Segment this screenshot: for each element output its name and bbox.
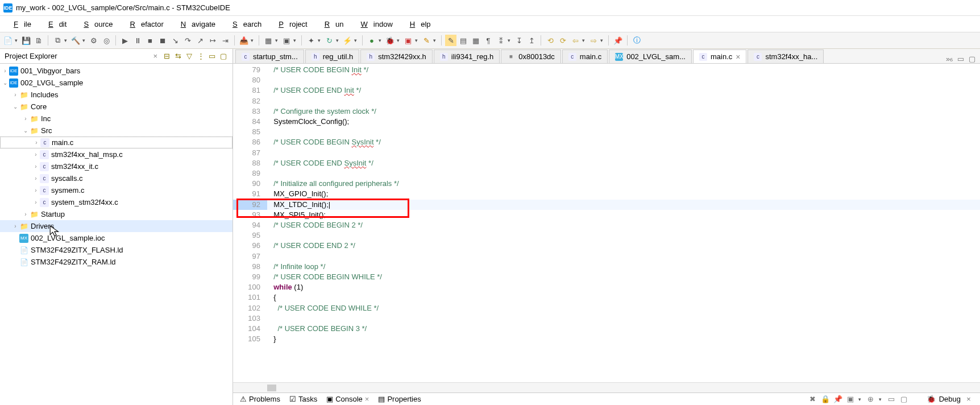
console-display-icon[interactable]: ▣ — [846, 395, 855, 404]
step-over-icon[interactable]: ↷ — [182, 35, 193, 46]
debug-disconnect-icon[interactable]: ⏹ — [157, 35, 168, 46]
show-whitespace-icon[interactable]: ▦ — [470, 35, 481, 46]
prev-annotation-icon[interactable]: ↥ — [526, 35, 537, 46]
dropdown-icon[interactable]: ▾ — [508, 38, 512, 43]
tree-item-stm32f429zitx-ram-ld[interactable]: 📄STM32F429ZITX_RAM.ld — [0, 256, 232, 268]
code-line[interactable]: 80 — [233, 75, 980, 85]
target-icon[interactable]: ◎ — [101, 35, 112, 46]
ext-tools-icon[interactable]: ▣ — [402, 35, 414, 46]
step-into-icon[interactable]: ↘ — [169, 35, 181, 46]
dropdown-icon[interactable]: ▾ — [15, 38, 19, 43]
nav-fwd-icon[interactable]: ⇨ — [588, 35, 599, 46]
menu-edit[interactable]: Edit — [37, 18, 72, 31]
instruction-step-icon[interactable]: ↦ — [207, 35, 218, 46]
info-icon[interactable]: ⓘ — [631, 35, 642, 46]
dropdown-icon[interactable]: ▾ — [397, 38, 401, 43]
board-icon[interactable]: ▣ — [281, 35, 292, 46]
tree-item-drivers[interactable]: ›📁Drivers — [0, 220, 232, 232]
code-line[interactable]: 95 — [233, 230, 980, 241]
menu-project[interactable]: Project — [267, 18, 313, 31]
menu-file[interactable]: File — [2, 18, 37, 31]
run-icon[interactable]: ● — [366, 35, 377, 46]
expand-icon[interactable]: › — [32, 187, 40, 193]
tab-tasks[interactable]: ☑Tasks — [285, 395, 322, 403]
tree-item-system-stm32f4xx-c[interactable]: ›csystem_stm32f4xx.c — [0, 196, 232, 208]
code-editor[interactable]: 79 /* USER CODE BEGIN Init */8081 /* USE… — [233, 64, 980, 382]
code-line[interactable]: 103 — [233, 313, 980, 324]
debug-label[interactable]: Debug — [939, 395, 961, 403]
maximize-icon[interactable]: ▢ — [899, 395, 908, 404]
tree-item-includes[interactable]: ›📁Includes — [0, 89, 232, 101]
close-icon[interactable]: × — [365, 395, 369, 403]
dropdown-icon[interactable]: ▾ — [318, 38, 322, 43]
tree-item-sysmem-c[interactable]: ›csysmem.c — [0, 184, 232, 196]
expand-icon[interactable]: › — [32, 151, 40, 158]
code-line[interactable]: 100 while (1) — [233, 282, 980, 292]
close-icon[interactable]: × — [964, 395, 973, 404]
view-menu-icon[interactable]: ⋮ — [196, 52, 205, 61]
code-line[interactable]: 97 — [233, 251, 980, 262]
dropdown-icon[interactable]: ▾ — [354, 38, 359, 43]
editor-tab[interactable]: ≡0x80013dc — [501, 49, 561, 63]
expand-icon[interactable]: › — [32, 175, 40, 181]
console-new-icon[interactable]: ⊕ — [866, 395, 875, 404]
code-line[interactable]: 81 /* USER CODE END Init */ — [233, 85, 980, 96]
expand-icon[interactable]: › — [32, 199, 40, 205]
generate-icon[interactable]: ⚡ — [342, 35, 353, 46]
code-line[interactable]: 91 MX_GPIO_Init(); — [233, 189, 980, 199]
maximize-icon[interactable]: ▢ — [967, 54, 977, 63]
code-line[interactable]: 89 — [233, 168, 980, 179]
bookmark-icon[interactable]: ⁑ — [495, 35, 506, 46]
code-line[interactable]: 90 /* Initialize all configured peripher… — [233, 179, 980, 189]
highlight-icon[interactable]: ✎ — [445, 35, 456, 46]
dropdown-icon[interactable]: ▾ — [82, 38, 87, 43]
pilcrow-icon[interactable]: ¶ — [483, 35, 494, 46]
code-line[interactable]: 84 SystemClock_Config(); — [233, 117, 980, 127]
tab-console[interactable]: ▣Console× — [322, 395, 373, 403]
editor-tab[interactable]: MX002_LVGL_sam... — [609, 49, 692, 63]
editor-tab[interactable]: cstartup_stm... — [235, 49, 304, 63]
expand-icon[interactable]: › — [22, 115, 30, 122]
block-select-icon[interactable]: ▤ — [458, 35, 469, 46]
tree-item-src[interactable]: ⌄📁Src — [0, 125, 232, 137]
close-view-icon[interactable]: × — [153, 52, 157, 60]
console-scroll-lock-icon[interactable]: 🔒 — [821, 395, 830, 404]
tree-item-inc[interactable]: ›📁Inc — [0, 113, 232, 125]
tree-item-core[interactable]: ⌄📁Core — [0, 101, 232, 113]
debug-stop-icon[interactable]: ■ — [144, 35, 156, 46]
maximize-icon[interactable]: ▢ — [219, 52, 228, 61]
dropdown-icon[interactable]: ▾ — [275, 38, 280, 43]
code-line[interactable]: 98 /* Infinite loop */ — [233, 262, 980, 272]
menu-source[interactable]: Source — [72, 18, 118, 31]
menu-navigate[interactable]: Navigate — [169, 18, 221, 31]
code-line[interactable]: 104 /* USER CODE BEGIN 3 */ — [233, 324, 980, 334]
code-line[interactable]: 87 — [233, 148, 980, 158]
editor-tab[interactable]: cmain.c× — [693, 49, 746, 63]
expand-icon[interactable]: › — [11, 92, 19, 98]
expand-icon[interactable]: ⌄ — [1, 80, 9, 86]
minimize-icon[interactable]: ▭ — [207, 52, 217, 61]
editor-tab[interactable]: cstm32f4xx_ha... — [748, 49, 824, 63]
build-icon[interactable]: 🔨 — [70, 35, 81, 46]
wand-icon[interactable]: ✎ — [421, 35, 432, 46]
dropdown-icon[interactable]: ▾ — [336, 38, 340, 43]
tab-properties[interactable]: ▤Properties — [373, 395, 425, 403]
menu-help[interactable]: Help — [398, 18, 437, 31]
drop-frame-icon[interactable]: ⇥ — [219, 35, 231, 46]
code-line[interactable]: 85 — [233, 127, 980, 137]
launch-icon[interactable]: 📥 — [238, 35, 250, 46]
tree-item-startup[interactable]: ›📁Startup — [0, 208, 232, 220]
debug-perspective-icon[interactable]: 🐞 — [927, 395, 936, 404]
expand-icon[interactable]: ⌄ — [11, 104, 19, 110]
editor-tab[interactable]: hili9341_reg.h — [434, 49, 500, 63]
code-line[interactable]: 105 } — [233, 334, 980, 344]
editor-tab[interactable]: hstm32f429xx.h — [360, 49, 433, 63]
next-annotation-icon[interactable]: ↧ — [513, 35, 525, 46]
config-icon[interactable]: ⚙ — [88, 35, 99, 46]
editor-tab[interactable]: cmain.c — [562, 49, 608, 63]
tree-item-stm32f429zitx-flash-ld[interactable]: 📄STM32F429ZITX_FLASH.ld — [0, 244, 232, 256]
nav-back-icon[interactable]: ⇦ — [570, 35, 581, 46]
menu-run[interactable]: Run — [313, 18, 350, 31]
console-pin-icon[interactable]: 📌 — [833, 395, 842, 404]
save-icon[interactable]: 💾 — [20, 35, 32, 46]
